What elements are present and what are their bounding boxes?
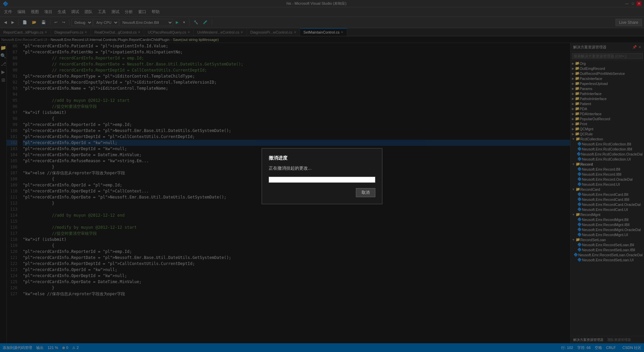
modal-title: 撤消进度 bbox=[269, 155, 375, 161]
modal-overlay: 撤消进度 正在撤消挂起的更改... 取消 bbox=[0, 0, 644, 352]
modal-buttons: 取消 bbox=[269, 188, 375, 197]
progress-bar-container bbox=[269, 177, 375, 183]
progress-dialog: 撤消进度 正在撤消挂起的更改... 取消 bbox=[262, 148, 382, 204]
cancel-button[interactable]: 取消 bbox=[356, 188, 375, 197]
modal-body: 正在撤消挂起的更改... bbox=[269, 165, 375, 171]
